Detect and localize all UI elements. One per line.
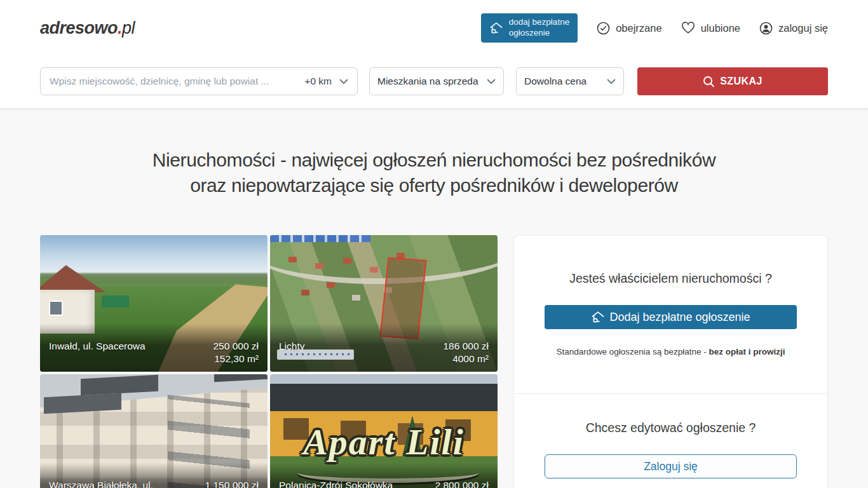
radius-select[interactable]: +0 km [299,76,348,87]
nav-item-login-label: zaloguj się [778,22,828,34]
page-title-line1: Nieruchomości - najwięcej ogłoszeń nieru… [153,149,716,170]
nav-item-viewed[interactable]: obejrzane [597,22,661,35]
photo-watermark-text: Apart Lili [270,421,498,463]
sidebar-edit-section: Chcesz edytować ogłoszenie ? Zaloguj się… [514,394,827,488]
sidebar-edit-title: Chcesz edytować ogłoszenie ? [545,421,797,435]
add-listing-button[interactable]: dodaj bezpłatne ogłoszenie [481,13,578,43]
listing-caption: Polanica-Zdrój Sokołówka 2 800 000 zł [270,463,498,488]
sidebar-owner-title: Jesteś właścicielem nieruchomości ? [545,271,797,286]
listing-price: 250 000 zł [213,341,259,351]
sidebar-panel: Jesteś właścicielem nieruchomości ? Doda… [513,235,828,488]
user-icon [759,22,773,35]
search-button-label: SZUKAJ [720,76,762,87]
listing-area: 152,30 m² [213,353,259,365]
check-circle-icon [597,22,610,35]
nav-item-login[interactable]: zaloguj się [759,22,828,35]
hero: Nieruchomości - najwięcej ogłoszeń nieru… [0,147,868,198]
location-search-input[interactable] [50,76,299,87]
listing-price: 186 000 zł [443,341,489,351]
chevron-down-icon [487,79,496,85]
sidebar-owner-section: Jesteś właścicielem nieruchomości ? Doda… [514,236,827,393]
listing-area: 4000 m² [443,353,489,365]
nav-item-viewed-label: obejrzane [616,22,661,34]
listing-grid: Inwałd, ul. Spacerowa 250 000 zł 152,30 … [40,235,498,488]
listing-price-area: 1 150 000 zł [205,479,259,488]
chevron-down-icon [607,79,616,85]
sidebar-add-listing-label: Dodaj bezpłatne ogłoszenie [609,311,750,324]
listing-card-2[interactable]: Lichty 186 000 zł 4000 m² [270,235,498,372]
price-select[interactable]: Dowolna cena [516,67,624,95]
listing-price: 2 800 000 zł [435,480,489,488]
listing-card-4[interactable]: Apart Lili Polanica-Zdrój Sokołówka 2 80… [270,374,498,488]
listing-location: Warszawa Białołęka, ul. [49,479,153,488]
price-value: Dowolna cena [524,76,587,87]
sidebar-owner-note: Standardowe ogłoszenia są bezpłatne - be… [545,347,797,356]
nav-item-favorites[interactable]: ulubione [681,22,740,34]
logo[interactable]: adresowo.pl [40,18,135,38]
header-nav: dodaj bezpłatne ogłoszenie obejrzane [481,13,828,43]
page-title: Nieruchomości - najwięcej ogłoszeń nieru… [0,147,868,198]
main-content: Inwałd, ul. Spacerowa 250 000 zł 152,30 … [0,235,868,488]
sidebar-add-listing-button[interactable]: Dodaj bezpłatne ogłoszenie [545,305,797,329]
location-search-box: +0 km [40,67,358,95]
page-title-line2: oraz niepowtarzające się oferty pośredni… [190,175,678,196]
nav-item-favorites-label: ulubione [701,22,740,34]
sidebar-owner-note-regular: Standardowe ogłoszenia są bezpłatne - [556,347,709,356]
sidebar-login-button[interactable]: Zaloguj się [545,454,797,478]
listing-card-1[interactable]: Inwałd, ul. Spacerowa 250 000 zł 152,30 … [40,235,268,372]
heart-icon [681,22,695,34]
house-plus-icon [591,311,605,323]
listing-caption: Warszawa Białołęka, ul. 1 150 000 zł [40,463,268,488]
category-value: Mieszkania na sprzeda [377,76,478,87]
header-top-row: adresowo.pl dodaj bezpłatne ogłoszenie [40,15,828,41]
listing-card-3[interactable]: Warszawa Białołęka, ul. 1 150 000 zł [40,374,268,488]
listing-price-area: 250 000 zł 152,30 m² [213,340,259,365]
listing-caption: Lichty 186 000 zł 4000 m² [270,323,498,372]
add-listing-label-line2: ogłoszenie [509,28,550,37]
listing-price: 1 150 000 zł [205,480,259,488]
listing-location: Inwałd, ul. Spacerowa [49,340,146,353]
search-bar: +0 km Mieszkania na sprzeda Dowolna cena [40,67,828,95]
add-listing-label: dodaj bezpłatne ogłoszenie [509,17,569,39]
sidebar-owner-note-bold: bez opłat i prowizji [709,347,785,356]
radius-value: +0 km [304,76,332,87]
logo-tld: pl [122,18,135,37]
add-listing-label-line1: dodaj bezpłatne [509,17,569,27]
search-icon [703,76,715,88]
listing-price-area: 2 800 000 zł [435,479,489,488]
listing-location: Polanica-Zdrój Sokołówka [279,479,393,488]
category-select[interactable]: Mieszkania na sprzeda [369,67,504,95]
search-button[interactable]: SZUKAJ [637,67,828,95]
logo-dot: . [118,18,122,37]
house-plus-icon [489,22,503,34]
listing-caption: Inwałd, ul. Spacerowa 250 000 zł 152,30 … [40,323,268,372]
logo-name: adresowo [40,18,118,37]
header: adresowo.pl dodaj bezpłatne ogłoszenie [0,0,868,108]
chevron-down-icon [339,79,348,85]
listing-price-area: 186 000 zł 4000 m² [443,340,489,365]
